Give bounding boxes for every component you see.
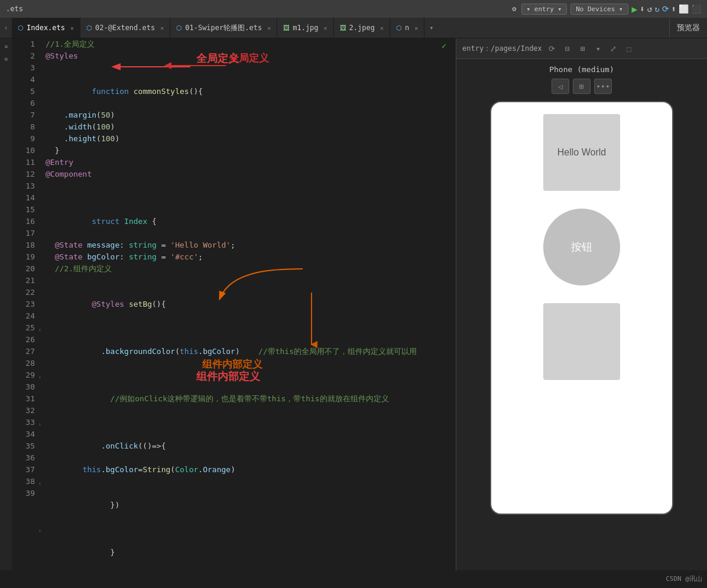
tab-2-jpeg[interactable]: 🖼 2.jpeg ✕ (334, 18, 390, 38)
preview-label: 预览器 (669, 18, 707, 38)
tab-2-icon: 🖼 (340, 24, 346, 32)
red-arrow-annotation (161, 60, 232, 73)
sidebar-icon-1[interactable]: ≡ (1, 41, 12, 52)
sync-icon[interactable]: ⟳ (662, 4, 669, 14)
tab-m1-close[interactable]: ✕ (324, 25, 327, 31)
preview-grid-icon[interactable]: ⊞ (576, 42, 589, 55)
breadcrumb: entry：/pages/Index (462, 44, 542, 54)
tab-index-close[interactable]: ✕ (70, 25, 74, 31)
tab-2-close[interactable]: ✕ (380, 25, 384, 31)
left-sidebar: ≡ ⚙ (0, 38, 13, 570)
code-line-10 (46, 180, 441, 192)
code-line-4: .margin(50) (46, 109, 441, 121)
entry-dropdown[interactable]: ▾ entry ▾ (521, 4, 567, 15)
hello-world-widget: Hello World (543, 114, 620, 191)
refresh1-icon[interactable]: ↺ (647, 4, 652, 14)
preview-panel: entry：/pages/Index ⟳ ⊟ ⊞ ▾ ⤢ ⬚ Phone (me… (456, 38, 707, 570)
button-text: 按钮 (571, 240, 592, 254)
tab-02-label: 02-@Extend.ets (95, 24, 155, 32)
line-numbers: 1 2 3 4 5 6 7 8 9 10 11 12 13 14 15 16 1… (13, 38, 40, 499)
preview-header: entry：/pages/Index ⟳ ⊟ ⊞ ▾ ⤢ ⬚ (456, 38, 707, 59)
phone-label: Phone (medium) (549, 65, 614, 74)
record-icon[interactable]: ⬛ (691, 4, 701, 14)
component-def-label: 组件内部定义 (202, 358, 262, 371)
tab-02-icon: ⬡ (86, 24, 92, 32)
tab-01-close[interactable]: ✕ (267, 25, 271, 31)
code-line-15: ▾ @Styles setBg(){ (46, 275, 441, 322)
title-bar: .ets ⚙ ▾ entry ▾ No Devices ▾ ▶ ⬇ ↺ ↻ ⟳ … (0, 0, 707, 18)
preview-more-icon[interactable]: ⬚ (622, 42, 635, 55)
phone-controls: ◁ ⊞ ••• (552, 79, 612, 94)
tab-m1-label: m1.jpg (293, 24, 318, 32)
phone-more-btn[interactable]: ••• (594, 79, 612, 94)
code-line-9: @Component (46, 168, 441, 180)
code-line-11: ▾ struct Index { (46, 192, 441, 239)
phone-fullscreen-btn[interactable]: ⊞ (573, 79, 591, 94)
hello-world-text: Hello World (557, 147, 606, 158)
refresh2-icon[interactable]: ↻ (654, 4, 659, 14)
no-devices-dropdown[interactable]: No Devices ▾ (570, 4, 628, 15)
code-line-20: ○ }) (46, 476, 441, 523)
download-icon[interactable]: ⬇ (640, 4, 644, 14)
stop-icon[interactable]: ⬜ (679, 4, 689, 14)
preview-layers-icon[interactable]: ⊟ (561, 42, 574, 55)
run-icon[interactable]: ▶ (632, 4, 638, 15)
no-devices-label: No Devices ▾ (576, 5, 622, 13)
code-line-3: ▾ function commonStyles(){ (46, 62, 441, 109)
tab-02-extend[interactable]: ⬡ 02-@Extend.ets ✕ (80, 18, 170, 38)
main-layout: ≡ ⚙ ✓ 1 2 3 4 5 6 7 8 9 10 11 12 13 (0, 38, 707, 570)
preview-expand-icon[interactable]: ⤢ (607, 42, 620, 55)
tab-n[interactable]: ⬡ n ✕ (390, 18, 424, 38)
code-area: ✓ 1 2 3 4 5 6 7 8 9 10 11 12 13 14 15 (13, 38, 456, 570)
tab-n-icon: ⬡ (396, 24, 402, 32)
tab-m1-jpg[interactable]: 🖼 m1.jpg ✕ (277, 18, 333, 38)
preview-header-icons: ⟳ ⊟ ⊞ ▾ ⤢ ⬚ (546, 42, 635, 55)
code-line-19: this.bgColor=String(Color.Orange) (46, 464, 441, 476)
code-line-18: ○ .onClick(()=>{ (46, 417, 441, 464)
code-line-17: ○ //例如onClick这种带逻辑的，也是着带不带this，带this的就放在… (46, 369, 441, 417)
tab-index-label: Index.ets (27, 24, 65, 32)
tab-01-icon: ⬡ (176, 24, 182, 32)
component-arrow-annotation (303, 293, 320, 353)
csdn-watermark: CSDN @讯山 (666, 574, 702, 583)
tab-01-swiper[interactable]: ⬡ 01-Swiper轮播图.ets ✕ (170, 18, 277, 38)
preview-dropdown-icon[interactable]: ▾ (592, 42, 605, 55)
code-line-6: .height(100) (46, 133, 441, 145)
code-line-8: @Entry (46, 157, 441, 168)
title-text: .ets (6, 5, 23, 13)
code-line-21: ○ } (46, 523, 441, 570)
tab-2-label: 2.jpeg (349, 24, 375, 32)
empty-widget (543, 303, 620, 380)
tab-index-ets[interactable]: ⬡ Index.ets ✕ (12, 18, 80, 38)
code-line-7: } (46, 145, 441, 157)
upload-icon[interactable]: ⬆ (672, 4, 676, 14)
tab-more-button[interactable]: ▾ (424, 24, 438, 32)
tab-01-label: 01-Swiper轮播图.ets (185, 23, 262, 33)
preview-refresh-icon[interactable]: ⟳ (546, 42, 559, 55)
tab-index-icon: ⬡ (18, 24, 24, 32)
sidebar-icon-2[interactable]: ⚙ (1, 54, 12, 64)
tab-m1-icon: 🖼 (283, 24, 290, 32)
tab-n-label: n (405, 24, 409, 32)
button-widget[interactable]: 按钮 (543, 209, 620, 285)
code-line-1: //1.全局定义 (46, 38, 441, 50)
tab-bar: ‹ ⬡ Index.ets ✕ ⬡ 02-@Extend.ets ✕ ⬡ 01-… (0, 18, 707, 38)
code-line-12: @State message: string = 'Hello World'; (46, 239, 441, 251)
code-content: //1.全局定义 @Styles ▾ function commonStyles… (40, 38, 447, 570)
entry-label: ▾ entry ▾ (527, 5, 562, 13)
code-line-13: @State bgColor: string = '#ccc'; (46, 251, 441, 263)
phone-rotate-left-btn[interactable]: ◁ (552, 79, 569, 94)
preview-content: Phone (medium) ◁ ⊞ ••• Hello World 按钮 (456, 59, 707, 570)
global-def-label: 全局定义 (229, 51, 269, 65)
code-editor[interactable]: ✓ 1 2 3 4 5 6 7 8 9 10 11 12 13 14 15 (13, 38, 456, 570)
code-line-14: //2.组件内定义 (46, 263, 441, 275)
tab-back[interactable]: ‹ (0, 18, 12, 38)
settings-icon[interactable]: ⚙ (512, 5, 516, 13)
code-line-5: .width(100) (46, 121, 441, 133)
tab-02-close[interactable]: ✕ (160, 25, 164, 31)
tab-n-close[interactable]: ✕ (414, 25, 418, 31)
phone-frame: Hello World 按钮 (490, 101, 673, 515)
